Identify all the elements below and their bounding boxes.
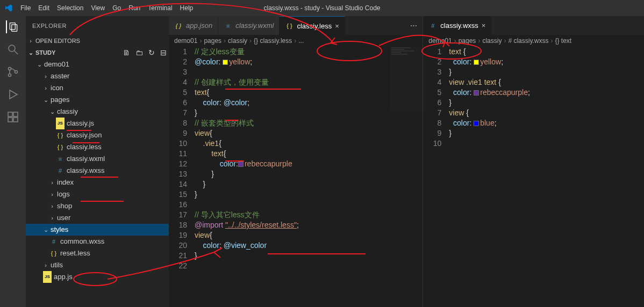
new-file-icon[interactable]: 🗎 (123, 48, 130, 57)
project-section[interactable]: ⌄STUDY 🗎 🗀 ↻ ⊟ (26, 47, 169, 59)
code-editor-right[interactable]: 12345678910 text { color: yellow;}view .… (423, 47, 644, 307)
editor-tabs-left: { }app.json≡classiy.wxml{ }classiy.less×… (169, 16, 423, 35)
svg-point-4 (9, 68, 11, 70)
file-icon: JS (43, 271, 52, 283)
tree-item-classiy[interactable]: ⌄classiy (26, 106, 169, 118)
tree-item-shop[interactable]: ›shop (26, 200, 169, 212)
close-icon[interactable]: × (482, 21, 486, 30)
breadcrumbs-left[interactable]: demo01›pages›classiy›{} classiy.less›... (169, 35, 423, 47)
tree-item-asster[interactable]: ›asster (26, 70, 169, 82)
file-icon: ≡ (224, 23, 232, 29)
tab-classiy.wxss[interactable]: #classiy.wxss× (423, 16, 491, 35)
extensions-icon[interactable] (6, 111, 19, 123)
tree-item-label: utils (51, 259, 63, 271)
file-icon: { } (285, 23, 294, 29)
tree-item-utils[interactable]: ›utils (26, 259, 169, 271)
tree-item-reset.less[interactable]: { }reset.less (26, 247, 169, 259)
svg-point-6 (15, 71, 18, 74)
tree-item-label: demo01 (44, 59, 69, 70)
tree-item-label: classiy.json (67, 129, 102, 141)
tab-overflow-icon[interactable]: ⋯ (405, 16, 423, 35)
tree-item-label: shop (57, 200, 72, 212)
file-icon: # (56, 165, 65, 177)
breadcrumb-item[interactable]: ... (298, 37, 304, 45)
sidebar-title: EXPLORER (26, 16, 169, 35)
tree-item-classiy.json[interactable]: { }classiy.json (26, 129, 169, 141)
breadcrumb-item[interactable]: {} classiy.less (254, 37, 292, 45)
breadcrumbs-right[interactable]: demo01›pages›classiy›# classiy.wxss›{} t… (423, 35, 644, 47)
tree-item-label: app.js (54, 271, 73, 283)
open-editors-label: OPEN EDITORS (35, 38, 80, 44)
svg-point-5 (9, 74, 11, 77)
window-title: classiy.wxss - study - Visual Studio Cod… (264, 4, 381, 12)
svg-point-2 (9, 45, 15, 52)
tree-item-app.js[interactable]: JSapp.js (26, 271, 169, 283)
tree-item-classiy.js[interactable]: JSclassiy.js (26, 118, 169, 129)
explorer-icon[interactable] (6, 20, 19, 33)
tree-item-common.wxss[interactable]: #common.wxss (26, 236, 169, 247)
breadcrumb-item[interactable]: demo01 (174, 37, 197, 45)
open-editors-section[interactable]: ›OPEN EDITORS (26, 35, 169, 47)
breadcrumb-item[interactable]: demo01 (428, 37, 452, 45)
code-lines[interactable]: text { color: yellow;}view .vie1 text { … (449, 47, 644, 307)
breadcrumb-item[interactable]: classiy (228, 37, 247, 45)
tree-item-classiy.wxml[interactable]: ≡classiy.wxml (26, 153, 169, 165)
menu-run[interactable]: Run (128, 4, 140, 12)
file-tree[interactable]: ⌄demo01›asster›icon⌄pages⌄classiyJSclass… (26, 59, 169, 307)
menu-view[interactable]: View (91, 4, 105, 12)
tree-item-label: classiy.wxss (67, 165, 105, 177)
editor-group-1: { }app.json≡classiy.wxml{ }classiy.less×… (169, 16, 423, 307)
tree-item-styles[interactable]: ⌄styles (26, 224, 169, 236)
file-icon: # (49, 236, 58, 247)
breadcrumb-item[interactable]: classiy (482, 37, 502, 45)
code-lines[interactable]: // 定义less变量@color: yellow; // 创建样式，使用变量t… (195, 47, 423, 307)
tree-item-label: common.wxss (60, 236, 104, 247)
tree-item-label: user (57, 212, 70, 224)
line-gutter: 12345678910 (423, 47, 449, 307)
menu-file[interactable]: File (20, 4, 31, 12)
breadcrumb-item[interactable]: # classiy.wxss (508, 37, 548, 45)
tab-label: classiy.less (297, 22, 332, 30)
breadcrumb-item[interactable]: {} text (555, 37, 572, 45)
titlebar: FileEditSelectionViewGoRunTerminalHelp c… (0, 0, 644, 16)
file-icon: { } (56, 141, 65, 153)
svg-rect-1 (12, 25, 17, 32)
svg-rect-10 (13, 118, 18, 122)
tree-item-classiy.less[interactable]: { }classiy.less (26, 141, 169, 153)
tree-item-pages[interactable]: ⌄pages (26, 94, 169, 106)
tree-item-icon[interactable]: ›icon (26, 82, 169, 94)
tree-item-label: index (57, 177, 74, 188)
tree-item-logs[interactable]: ›logs (26, 188, 169, 200)
menu-edit[interactable]: Edit (38, 4, 49, 12)
refresh-icon[interactable]: ↻ (148, 48, 155, 57)
tree-item-user[interactable]: ›user (26, 212, 169, 224)
tree-item-label: icon (51, 82, 63, 94)
file-icon: { } (49, 247, 58, 259)
code-editor-left[interactable]: 12345678910111213141516171819202122 // 定… (169, 47, 423, 307)
tab-classiy.wxml[interactable]: ≡classiy.wxml (218, 16, 280, 35)
sidebar: EXPLORER ›OPEN EDITORS ⌄STUDY 🗎 🗀 ↻ ⊟ ⌄d… (26, 16, 169, 307)
menu-selection[interactable]: Selection (57, 4, 83, 12)
tree-item-demo01[interactable]: ⌄demo01 (26, 59, 169, 70)
tree-item-classiy.wxss[interactable]: #classiy.wxss (26, 165, 169, 177)
run-debug-icon[interactable] (6, 88, 19, 101)
new-folder-icon[interactable]: 🗀 (135, 48, 143, 57)
tab-classiy.less[interactable]: { }classiy.less× (280, 16, 345, 35)
close-icon[interactable]: × (335, 22, 339, 30)
search-icon[interactable] (6, 43, 19, 56)
menu-go[interactable]: Go (112, 4, 121, 12)
tree-item-index[interactable]: ›index (26, 177, 169, 188)
breadcrumb-item[interactable]: pages (204, 37, 221, 45)
tree-item-label: logs (57, 188, 70, 200)
tab-app.json[interactable]: { }app.json (169, 16, 218, 35)
svg-rect-8 (8, 112, 12, 116)
breadcrumb-item[interactable]: pages (459, 37, 476, 45)
menu-help[interactable]: Help (180, 4, 194, 12)
tree-item-label: asster (51, 70, 69, 82)
collapse-icon[interactable]: ⊟ (160, 48, 167, 57)
menu-terminal[interactable]: Terminal (148, 4, 172, 12)
tree-item-label: classiy (57, 106, 78, 118)
svg-rect-0 (10, 23, 15, 30)
source-control-icon[interactable] (6, 65, 19, 78)
file-icon: JS (56, 118, 65, 129)
